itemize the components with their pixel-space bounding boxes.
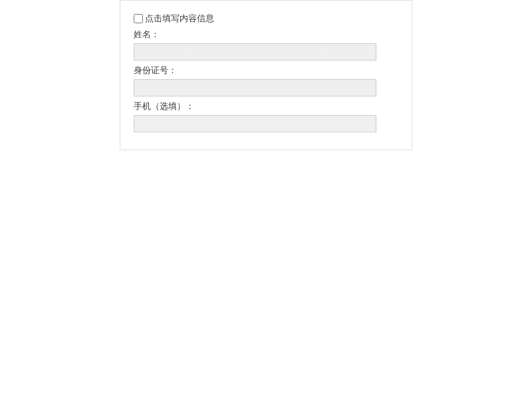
id-input[interactable] [134, 79, 376, 96]
name-label: 姓名： [134, 29, 398, 41]
field-group-name: 姓名： [134, 29, 398, 61]
field-group-phone: 手机（选填）： [134, 100, 398, 132]
form-container: 点击填写内容信息 姓名： 身份证号： 手机（选填）： [120, 0, 412, 150]
id-label: 身份证号： [134, 65, 398, 76]
name-input[interactable] [134, 43, 376, 61]
phone-label: 手机（选填）： [134, 100, 398, 112]
field-group-id: 身份证号： [134, 65, 398, 96]
checkbox-row: 点击填写内容信息 [134, 13, 398, 25]
fill-content-checkbox[interactable] [134, 14, 143, 23]
checkbox-label: 点击填写内容信息 [145, 13, 214, 25]
phone-input[interactable] [134, 115, 376, 132]
